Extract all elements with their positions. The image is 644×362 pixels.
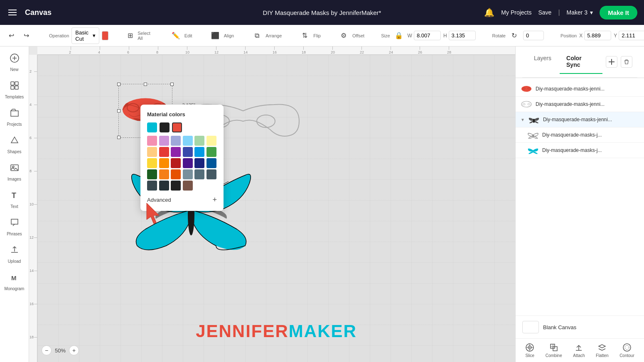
layer-item[interactable]: Diy-masquerade-masks-jenni... — [516, 81, 644, 97]
zoom-out-button[interactable]: − — [42, 345, 52, 355]
flip-label[interactable]: Flip — [313, 33, 321, 38]
notification-icon[interactable]: 🔔 — [484, 7, 494, 17]
color-cell[interactable] — [147, 158, 157, 168]
color-cell[interactable] — [147, 147, 157, 157]
tab-layers[interactable]: Layers — [527, 50, 558, 74]
svg-rect-5 — [11, 86, 14, 89]
canvas-bg[interactable]: 3.135" — [37, 55, 515, 362]
svg-text:T: T — [12, 191, 16, 200]
height-input[interactable] — [449, 31, 476, 40]
svg-rect-36 — [553, 347, 557, 351]
offset-icon[interactable]: ⚙ — [337, 29, 350, 42]
canvas-area[interactable]: 2 4 6 8 10 12 14 16 18 20 22 24 26 28 2 … — [29, 46, 515, 362]
color-cell[interactable] — [159, 169, 169, 179]
color-cell[interactable] — [171, 136, 181, 146]
color-cell[interactable] — [194, 147, 204, 157]
color-cell[interactable] — [147, 169, 157, 179]
operation-select[interactable]: Basic Cut ▾ — [71, 27, 99, 44]
layer-item-expanded[interactable]: ▼ Diy-masquerade-masks-jenni... — [516, 112, 644, 127]
contour-button[interactable]: Contour — [619, 343, 634, 358]
svg-rect-23 — [611, 59, 612, 65]
shapes-icon — [10, 135, 20, 148]
color-cell[interactable] — [171, 169, 181, 179]
color-cell[interactable] — [183, 158, 193, 168]
layer-item[interactable]: Diy-masquerade-masks-j... — [516, 127, 644, 143]
slice-button[interactable]: Slice — [525, 343, 534, 358]
color-cell[interactable] — [183, 169, 193, 179]
color-cell[interactable] — [183, 147, 193, 157]
advanced-label[interactable]: Advanced — [147, 197, 171, 203]
blank-canvas-swatch[interactable] — [522, 321, 539, 333]
rotate-icon[interactable]: ↻ — [508, 29, 521, 42]
top-color-teal[interactable] — [147, 122, 157, 132]
layer-thumb — [521, 100, 532, 108]
color-cell[interactable] — [194, 136, 204, 146]
align-icon[interactable]: ⬛ — [209, 29, 221, 42]
sidebar-item-images[interactable]: Images — [2, 159, 27, 185]
sidebar-item-projects[interactable]: Projects — [2, 105, 27, 130]
attach-label: Attach — [573, 353, 585, 358]
layer-item[interactable]: Diy-masquerade-masks-j... — [516, 143, 644, 158]
delete-layer-button[interactable] — [621, 56, 632, 68]
color-cell[interactable] — [159, 181, 169, 191]
color-cell[interactable] — [147, 181, 157, 191]
sidebar-item-upload[interactable]: Upload — [2, 242, 27, 267]
expand-icon[interactable]: ▼ — [521, 117, 525, 122]
color-cell[interactable] — [206, 136, 216, 146]
sidebar-item-shapes[interactable]: Shapes — [2, 132, 27, 158]
rotate-input[interactable] — [523, 31, 544, 40]
arrange-label[interactable]: Arrange — [265, 33, 282, 38]
offset-label[interactable]: Offset — [352, 33, 364, 38]
save-button[interactable]: Save — [538, 9, 551, 16]
color-cell[interactable] — [159, 147, 169, 157]
color-cell[interactable] — [171, 147, 181, 157]
edit-label[interactable]: Edit — [184, 33, 192, 38]
color-cell[interactable] — [206, 158, 216, 168]
h-label: H — [443, 33, 447, 39]
color-cell[interactable] — [171, 181, 181, 191]
sidebar-item-phrases[interactable]: Phrases — [2, 214, 27, 240]
undo-button[interactable]: ↩ — [5, 29, 17, 42]
arrange-icon[interactable]: ⧉ — [251, 29, 263, 42]
color-cell[interactable] — [171, 158, 181, 168]
flatten-button[interactable]: Flatten — [596, 343, 609, 358]
sidebar-item-monogram[interactable]: M Monogram — [2, 269, 27, 295]
align-label[interactable]: Align — [224, 33, 234, 38]
color-swatch[interactable] — [102, 31, 109, 40]
width-input[interactable] — [414, 31, 441, 40]
attach-button[interactable]: Attach — [573, 343, 585, 358]
select-all-icon[interactable]: ⊞ — [125, 29, 135, 42]
sidebar-item-templates[interactable]: Templates — [2, 77, 27, 103]
lock-icon[interactable]: 🔒 — [393, 29, 405, 42]
select-all-label[interactable]: Select All — [138, 31, 152, 41]
color-cell[interactable] — [206, 169, 216, 179]
tab-color-sync[interactable]: Color Sync — [560, 50, 602, 74]
hamburger-menu[interactable] — [7, 8, 18, 17]
sidebar-item-text[interactable]: T Text — [2, 187, 27, 213]
color-cell[interactable] — [183, 136, 193, 146]
color-cell[interactable] — [194, 169, 204, 179]
my-projects-button[interactable]: My Projects — [501, 9, 531, 16]
add-layer-button[interactable] — [606, 56, 617, 68]
sidebar-item-new[interactable]: New — [2, 50, 27, 76]
edit-icon[interactable]: ✏️ — [170, 29, 182, 42]
flip-icon[interactable]: ⇅ — [298, 29, 311, 42]
top-color-red[interactable] — [172, 122, 182, 132]
make-it-button[interactable]: Make It — [600, 6, 637, 20]
redo-button[interactable]: ↪ — [20, 29, 32, 42]
add-color-button[interactable]: + — [212, 196, 217, 204]
maker-selector[interactable]: Maker 3 ▾ — [567, 9, 593, 16]
position-x-input[interactable] — [584, 31, 611, 40]
color-cell[interactable] — [159, 136, 169, 146]
color-cell[interactable] — [194, 158, 204, 168]
color-cell[interactable] — [159, 158, 169, 168]
combine-button[interactable]: Combine — [546, 343, 562, 358]
position-y-input[interactable] — [619, 31, 644, 40]
sidebar-item-upload-label: Upload — [8, 259, 21, 264]
color-cell[interactable] — [147, 136, 157, 146]
zoom-in-button[interactable]: + — [69, 345, 79, 355]
color-cell[interactable] — [183, 181, 193, 191]
color-cell[interactable] — [206, 147, 216, 157]
top-color-black[interactable] — [160, 122, 170, 132]
layer-item[interactable]: Diy-masquerade-masks-jenni... — [516, 97, 644, 112]
